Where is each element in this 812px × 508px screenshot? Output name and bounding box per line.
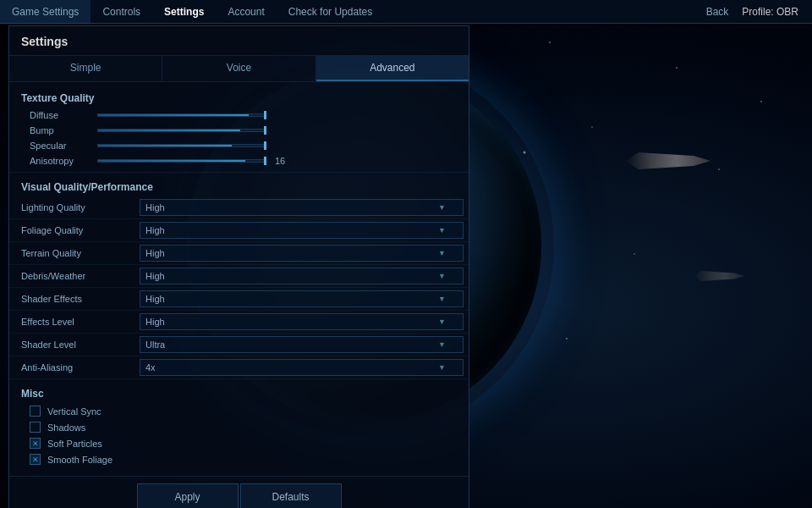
- vertical-sync-label: Vertical Sync: [47, 406, 102, 417]
- shader-effects-arrow: ▼: [438, 295, 446, 303]
- diffuse-slider[interactable]: [97, 113, 266, 117]
- lighting-quality-value: High: [145, 202, 165, 213]
- terrain-quality-value: High: [145, 248, 165, 258]
- smooth-foliage-checkbox[interactable]: ✕: [30, 454, 41, 465]
- terrain-quality-row[interactable]: Terrain Quality High ▼: [9, 242, 469, 265]
- debris-weather-select[interactable]: High ▼: [140, 268, 464, 284]
- panel-footer: Apply Defaults: [9, 476, 469, 508]
- terrain-quality-label: Terrain Quality: [21, 248, 140, 258]
- smooth-foliage-label: Smooth Foliage: [47, 455, 112, 465]
- anti-aliasing-select[interactable]: 4x ▼: [140, 359, 464, 376]
- bump-slider[interactable]: [97, 129, 266, 132]
- nav-settings[interactable]: Settings: [152, 0, 216, 24]
- panel-content: Texture Quality Diffuse Bump Specular: [9, 82, 469, 476]
- nav-game-settings[interactable]: Game Settings: [0, 0, 91, 24]
- nav-account[interactable]: Account: [216, 0, 276, 24]
- diffuse-row: Diffuse: [9, 108, 469, 123]
- anti-aliasing-row[interactable]: Anti-Aliasing 4x ▼: [9, 356, 469, 379]
- misc-section: Misc Vertical Sync Shadows ✕ Soft Partic…: [9, 379, 469, 471]
- vertical-sync-row[interactable]: Vertical Sync: [21, 403, 457, 419]
- bump-row: Bump: [9, 123, 469, 138]
- nav-check-updates[interactable]: Check for Updates: [277, 0, 384, 24]
- foliage-quality-select[interactable]: High ▼: [140, 222, 464, 239]
- tab-bar: Simple Voice Advanced: [9, 56, 469, 82]
- vertical-sync-checkbox[interactable]: [30, 406, 41, 417]
- debris-weather-row[interactable]: Debris/Weather High ▼: [9, 265, 469, 288]
- back-button[interactable]: Back: [706, 6, 729, 18]
- shader-level-label: Shader Level: [21, 340, 140, 350]
- anti-aliasing-label: Anti-Aliasing: [21, 362, 140, 373]
- anti-aliasing-arrow: ▼: [438, 363, 446, 372]
- shader-level-select[interactable]: Ultra ▼: [140, 336, 464, 353]
- panel-title: Settings: [9, 26, 469, 56]
- tab-advanced[interactable]: Advanced: [316, 56, 469, 81]
- anti-aliasing-value: 4x: [145, 362, 156, 373]
- anisotropy-value: 16: [275, 156, 292, 166]
- specular-row: Specular: [9, 138, 469, 153]
- nav-left: Game Settings Controls Settings Account …: [0, 0, 706, 24]
- settings-panel: Settings Simple Voice Advanced Texture Q…: [8, 25, 469, 508]
- effects-level-value: High: [145, 317, 165, 327]
- shadows-row[interactable]: Shadows: [21, 419, 457, 435]
- foliage-quality-label: Foliage Quality: [21, 225, 140, 235]
- shader-effects-value: High: [145, 294, 165, 304]
- shader-effects-label: Shader Effects: [21, 294, 140, 304]
- diffuse-label: Diffuse: [30, 110, 97, 120]
- apply-button[interactable]: Apply: [137, 483, 239, 508]
- shadows-label: Shadows: [47, 422, 85, 433]
- terrain-quality-arrow: ▼: [438, 249, 446, 257]
- terrain-quality-select[interactable]: High ▼: [140, 245, 464, 262]
- shader-level-row[interactable]: Shader Level Ultra ▼: [9, 334, 469, 356]
- lighting-quality-label: Lighting Quality: [21, 202, 140, 213]
- topbar: Game Settings Controls Settings Account …: [0, 0, 812, 24]
- bump-label: Bump: [30, 125, 97, 135]
- foliage-quality-row[interactable]: Foliage Quality High ▼: [9, 219, 469, 242]
- debris-weather-label: Debris/Weather: [21, 271, 140, 281]
- anisotropy-label: Anisotropy: [30, 156, 97, 166]
- lighting-quality-arrow: ▼: [438, 203, 446, 212]
- misc-header: Misc: [21, 383, 457, 403]
- tab-voice[interactable]: Voice: [162, 56, 315, 81]
- lighting-quality-select[interactable]: High ▼: [140, 199, 464, 216]
- texture-quality-header: Texture Quality: [9, 87, 469, 108]
- shader-level-value: Ultra: [145, 340, 165, 350]
- profile-label: Profile: OBR: [742, 6, 798, 18]
- debris-weather-value: High: [145, 271, 165, 281]
- anisotropy-row: Anisotropy 16: [9, 153, 469, 168]
- lighting-quality-row[interactable]: Lighting Quality High ▼: [9, 196, 469, 219]
- effects-level-select[interactable]: High ▼: [140, 313, 464, 330]
- shadows-checkbox[interactable]: [30, 422, 41, 433]
- shader-effects-row[interactable]: Shader Effects High ▼: [9, 288, 469, 311]
- specular-label: Specular: [30, 141, 97, 151]
- visual-quality-header: Visual Quality/Performance: [9, 176, 469, 196]
- shader-level-arrow: ▼: [438, 340, 446, 349]
- effects-level-label: Effects Level: [21, 317, 140, 327]
- smooth-foliage-row[interactable]: ✕ Smooth Foliage: [21, 451, 457, 467]
- effects-level-arrow: ▼: [438, 318, 446, 326]
- soft-particles-label: Soft Particles: [47, 439, 102, 449]
- nav-controls[interactable]: Controls: [91, 0, 152, 24]
- shader-effects-select[interactable]: High ▼: [140, 290, 464, 307]
- defaults-button[interactable]: Defaults: [240, 483, 342, 508]
- tab-simple[interactable]: Simple: [9, 56, 162, 81]
- soft-particles-checkbox[interactable]: ✕: [30, 438, 41, 449]
- soft-particles-row[interactable]: ✕ Soft Particles: [21, 435, 457, 451]
- foliage-quality-arrow: ▼: [438, 226, 446, 235]
- anisotropy-slider[interactable]: [97, 159, 266, 163]
- effects-level-row[interactable]: Effects Level High ▼: [9, 311, 469, 334]
- nav-right: Back Profile: OBR: [706, 6, 812, 18]
- foliage-quality-value: High: [145, 225, 165, 235]
- specular-slider[interactable]: [97, 144, 266, 147]
- debris-weather-arrow: ▼: [438, 272, 446, 280]
